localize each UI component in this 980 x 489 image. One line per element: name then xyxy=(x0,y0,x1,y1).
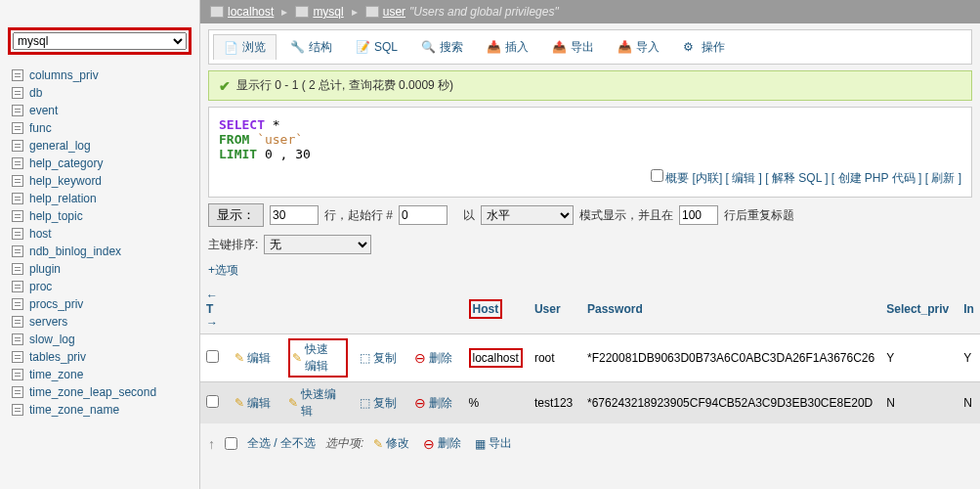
pk-select[interactable]: 无 xyxy=(264,235,371,254)
sort-icon[interactable]: ← T → xyxy=(206,289,218,330)
copy-button[interactable]: ⬚复制 xyxy=(360,350,397,367)
edit-link[interactable]: 编辑 xyxy=(732,171,755,185)
database-select[interactable]: mysql xyxy=(13,32,187,50)
tab-icon: ⚙ xyxy=(683,40,697,54)
sidebar-table-item[interactable]: ndb_binlog_index xyxy=(0,243,199,260)
tab-label: SQL xyxy=(374,40,398,54)
pencil-icon: ✎ xyxy=(288,396,298,410)
sidebar-table-item[interactable]: procs_priv xyxy=(0,295,199,313)
sidebar-table-item[interactable]: db xyxy=(0,84,199,102)
edit-button[interactable]: ✎编辑 xyxy=(234,395,271,412)
delete-button[interactable]: ⊖删除 xyxy=(414,350,452,367)
sidebar-table-item[interactable]: proc xyxy=(0,278,199,295)
sidebar-table-item[interactable]: host xyxy=(0,225,199,243)
footer-edit-button[interactable]: ✎修改 xyxy=(373,435,409,452)
options-toggle[interactable]: +选项 xyxy=(208,262,972,279)
tab-icon: 📥 xyxy=(618,40,631,54)
copy-button[interactable]: ⬚复制 xyxy=(360,395,397,412)
tab-1[interactable]: 🔧结构 xyxy=(280,34,342,60)
explain-link[interactable]: 解释 SQL xyxy=(772,171,822,185)
tabs-bar: 📄浏览🔧结构📝SQL🔍搜索📥插入📤导出📥导入⚙操作 xyxy=(208,29,972,65)
tab-label: 结构 xyxy=(309,39,332,56)
sidebar-table-item[interactable]: columns_priv xyxy=(0,67,199,84)
row-checkbox[interactable] xyxy=(206,350,219,363)
sidebar-table-item[interactable]: servers xyxy=(0,313,199,331)
refresh-link[interactable]: 刷新 xyxy=(931,171,955,185)
table-name: procs_priv xyxy=(29,297,83,311)
tab-icon: 📄 xyxy=(224,41,237,55)
sidebar-table-item[interactable]: slow_log xyxy=(0,331,199,348)
table-icon xyxy=(12,386,23,398)
footer-export-button[interactable]: ▦导出 xyxy=(475,435,512,452)
sidebar-table-item[interactable]: tables_priv xyxy=(0,348,199,366)
summary-checkbox[interactable] xyxy=(651,169,663,182)
chevron-right-icon: ▸ xyxy=(352,5,358,19)
col-user[interactable]: User xyxy=(529,285,581,334)
database-icon xyxy=(295,6,309,18)
sidebar-table-item[interactable]: help_relation xyxy=(0,190,199,207)
repeat-input[interactable] xyxy=(679,205,718,225)
cell-password: *F220081DB9063D0B73A6C0ABC3DA26F1A3676C2… xyxy=(581,334,880,382)
quick-edit-button[interactable]: ✎快速编辑 xyxy=(288,386,344,420)
sidebar-table-item[interactable]: time_zone_name xyxy=(0,401,199,419)
footer-delete-button[interactable]: ⊖删除 xyxy=(423,435,461,452)
sidebar-table-item[interactable]: time_zone xyxy=(0,366,199,383)
quick-edit-button[interactable]: ✎快速编辑 xyxy=(292,341,340,375)
breadcrumb-table[interactable]: user xyxy=(383,5,405,19)
table-name: servers xyxy=(29,315,67,329)
tab-0[interactable]: 📄浏览 xyxy=(213,34,277,60)
select-all-link[interactable]: 全选 / 全不选 xyxy=(247,435,316,452)
breadcrumb-host[interactable]: localhost xyxy=(228,5,274,19)
tab-6[interactable]: 📥导入 xyxy=(608,34,669,60)
delete-button[interactable]: ⊖删除 xyxy=(414,395,452,412)
table-name: columns_priv xyxy=(29,68,99,82)
status-text: 显示行 0 - 1 ( 2 总计, 查询花费 0.0009 秒) xyxy=(236,77,453,94)
col-in[interactable]: In xyxy=(958,285,980,334)
tab-label: 操作 xyxy=(702,39,725,56)
table-name: general_log xyxy=(29,139,91,153)
table-name: time_zone_name xyxy=(29,403,119,417)
table-name: help_keyword xyxy=(29,174,102,188)
tab-4[interactable]: 📥插入 xyxy=(477,34,538,60)
start-input[interactable] xyxy=(399,205,447,225)
tab-7[interactable]: ⚙操作 xyxy=(673,34,735,60)
table-name: help_category xyxy=(29,156,103,170)
row-checkbox[interactable] xyxy=(206,395,219,408)
col-password[interactable]: Password xyxy=(581,285,880,334)
breadcrumb-db[interactable]: mysql xyxy=(313,5,343,19)
table-icon xyxy=(12,228,23,240)
tab-3[interactable]: 🔍搜索 xyxy=(411,34,473,60)
select-all-checkbox[interactable] xyxy=(225,437,237,450)
tab-2[interactable]: 📝SQL xyxy=(346,34,407,60)
tab-5[interactable]: 📤导出 xyxy=(542,34,604,60)
mode-select[interactable]: 水平 xyxy=(481,205,574,225)
table-name: help_relation xyxy=(29,192,97,205)
cell-in: N xyxy=(958,382,980,424)
table-name: help_topic xyxy=(29,209,83,223)
create-php-link[interactable]: 创建 PHP 代码 xyxy=(838,171,916,185)
sidebar-table-item[interactable]: event xyxy=(0,102,199,119)
cell-password: *676243218923905CF94CB52A3C9D3EB30CE8E20… xyxy=(581,382,880,424)
sidebar-table-item[interactable]: general_log xyxy=(0,137,199,155)
table-name: event xyxy=(29,104,58,117)
main-panel: localhost ▸ mysql ▸ user "Users and glob… xyxy=(200,0,980,489)
sidebar-table-item[interactable]: help_category xyxy=(0,155,199,172)
table-name: plugin xyxy=(29,262,61,276)
sidebar-table-item[interactable]: time_zone_leap_second xyxy=(0,383,199,401)
edit-button[interactable]: ✎编辑 xyxy=(234,350,271,367)
col-host[interactable]: Host xyxy=(473,302,499,316)
table-name: time_zone_leap_second xyxy=(29,385,156,399)
col-select-priv[interactable]: Select_priv xyxy=(880,285,958,334)
table-icon xyxy=(12,245,23,257)
sidebar-table-item[interactable]: help_topic xyxy=(0,207,199,225)
rows-input[interactable] xyxy=(270,205,319,225)
show-button[interactable]: 显示： xyxy=(208,203,264,227)
rows-label: 行，起始行 # xyxy=(324,207,393,224)
sidebar-table-item[interactable]: plugin xyxy=(0,260,199,278)
inline-link[interactable]: 内联 xyxy=(696,171,719,185)
sidebar-table-item[interactable]: func xyxy=(0,119,199,137)
sidebar: mysql columns_privdbeventfuncgeneral_log… xyxy=(0,0,200,489)
sql-box: SELECT * FROM `user` LIMIT 0 , 30 概要 [内联… xyxy=(208,107,972,198)
sidebar-table-item[interactable]: help_keyword xyxy=(0,172,199,190)
tab-icon: 🔍 xyxy=(421,40,435,54)
